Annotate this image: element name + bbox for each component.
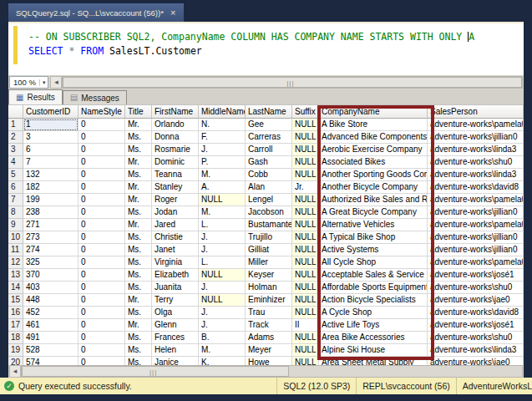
grid-cell[interactable]: Bustamante (246, 219, 292, 231)
grid-cell[interactable]: Dominic (152, 156, 199, 169)
grid-cell[interactable]: 6 (23, 144, 79, 156)
grid-cell[interactable]: A Great Bicycle Company (319, 206, 428, 219)
grid-cell[interactable]: adventure-works\pamela0 (428, 256, 524, 269)
grid-cell[interactable]: adventure-works\josé1 (428, 319, 524, 332)
grid-cell[interactable]: NULL (292, 144, 319, 156)
row-number[interactable]: 18 (8, 332, 23, 344)
grid-cell[interactable]: Ms. (125, 357, 152, 365)
grid-cell[interactable]: 1 (23, 119, 79, 131)
grid-cell[interactable]: adventure-works\david8 (428, 307, 524, 319)
row-number[interactable]: 8 (8, 206, 23, 219)
grid-cell[interactable]: 0 (79, 169, 125, 181)
grid-hscroll-thumb[interactable]: ||| (22, 366, 289, 377)
grid-cell[interactable]: Janet (152, 244, 199, 256)
grid-cell[interactable]: 238 (23, 206, 79, 219)
grid-cell[interactable]: Christie (152, 231, 199, 244)
grid-cell[interactable]: J. (199, 319, 246, 332)
grid-cell[interactable]: adventure-works\pamela0 (428, 194, 524, 206)
grid-cell[interactable]: 0 (79, 219, 125, 231)
row-number[interactable]: 6 (8, 181, 23, 194)
grid-cell[interactable]: Ms. (125, 231, 152, 244)
grid-cell[interactable]: adventure-works\linda3 (428, 344, 524, 357)
grid-cell[interactable]: 0 (79, 194, 125, 206)
grid-cell[interactable]: J. (199, 144, 246, 156)
grid-cell[interactable]: adventure-works\jillian0 (428, 244, 524, 256)
grid-cell[interactable]: Ms. (125, 256, 152, 269)
grid-cell[interactable]: adventure-works\jae0 (428, 294, 524, 307)
grid-cell[interactable]: P. (199, 156, 246, 169)
grid-cell[interactable]: Ms. (125, 144, 152, 156)
row-number[interactable]: 2 (8, 131, 23, 144)
sql-editor[interactable]: -- ON SUBSCRIBER SQL2, CompanyName COLUM… (8, 23, 524, 75)
row-number[interactable]: 13 (8, 269, 23, 282)
tab-messages[interactable]: ▤ Messages (63, 90, 127, 104)
grid-cell[interactable]: NULL (292, 119, 319, 131)
grid-cell[interactable]: Area Sheet Metal Supply (319, 357, 428, 365)
grid-cell[interactable]: Ms. (125, 244, 152, 256)
grid-cell[interactable]: 271 (23, 219, 79, 231)
grid-cell[interactable]: L. (199, 219, 246, 231)
column-header[interactable]: MiddleName (199, 104, 246, 119)
grid-cell[interactable]: 461 (23, 319, 79, 332)
grid-cell[interactable]: Gilliat (246, 244, 292, 256)
grid-cell[interactable]: 0 (79, 206, 125, 219)
row-number[interactable]: 14 (8, 282, 23, 294)
row-number[interactable]: 16 (8, 307, 23, 319)
grid-cell[interactable]: K. (199, 357, 246, 365)
grid-cell[interactable]: 0 (79, 294, 125, 307)
editor-hscrollbar[interactable]: ||| (62, 76, 523, 89)
grid-cell[interactable]: Helen (152, 344, 199, 357)
grid-cell[interactable]: Active Life Toys (319, 319, 428, 332)
grid-cell[interactable]: Juanita (152, 282, 199, 294)
grid-cell[interactable]: Meyer (246, 344, 292, 357)
grid-cell[interactable]: 0 (79, 344, 125, 357)
grid-cell[interactable]: Alternative Vehicles (319, 219, 428, 231)
grid-cell[interactable]: M. (199, 169, 246, 181)
grid-cell[interactable]: J. (199, 307, 246, 319)
grid-cell[interactable]: 0 (79, 156, 125, 169)
grid-cell[interactable]: Carreras (246, 131, 292, 144)
grid-cell[interactable]: Another Bicycle Company (319, 181, 428, 194)
grid-cell[interactable]: adventure-works\jillian0 (428, 131, 524, 144)
grid-cell[interactable]: NULL (292, 256, 319, 269)
grid-scroll-left-button[interactable]: ◂ (9, 365, 21, 378)
column-header[interactable]: Suffix (292, 104, 319, 119)
grid-cell[interactable]: M. (199, 206, 246, 219)
grid-cell[interactable]: adventure-works\linda3 (428, 144, 524, 156)
grid-cell[interactable]: 0 (79, 319, 125, 332)
grid-cell[interactable]: 0 (79, 357, 125, 365)
grid-cell[interactable]: Mr. (125, 219, 152, 231)
grid-cell[interactable]: Mr. (125, 294, 152, 307)
grid-cell[interactable]: 574 (23, 357, 79, 365)
grid-cell[interactable]: Action Bicycle Specialists (319, 294, 428, 307)
grid-cell[interactable]: A Typical Bike Shop (319, 231, 428, 244)
scroll-left-button[interactable]: ◂ (50, 76, 62, 89)
row-number[interactable]: 19 (8, 344, 23, 357)
grid-cell[interactable]: Trujillo (246, 231, 292, 244)
tab-results[interactable]: ▦ Results (8, 89, 63, 104)
grid-cell[interactable]: 7 (23, 156, 79, 169)
grid-cell[interactable]: J. (199, 244, 246, 256)
grid-cell[interactable]: 0 (79, 269, 125, 282)
grid-cell[interactable]: NULL (292, 156, 319, 169)
grid-cell[interactable]: Ms. (125, 131, 152, 144)
grid-cell[interactable]: Ms. (125, 307, 152, 319)
grid-cell[interactable]: Track (246, 319, 292, 332)
grid-cell[interactable]: Terry (152, 294, 199, 307)
grid-cell[interactable]: 403 (23, 282, 79, 294)
grid-cell[interactable]: NULL (292, 206, 319, 219)
grid-cell[interactable]: Mr. (125, 319, 152, 332)
sql-code[interactable]: -- ON SUBSCRIBER SQL2, CompanyName COLUM… (28, 30, 474, 58)
grid-cell[interactable]: NULL (292, 169, 319, 181)
grid-cell[interactable]: M. (199, 344, 246, 357)
grid-cell[interactable]: 0 (79, 181, 125, 194)
grid-cell[interactable]: 528 (23, 344, 79, 357)
grid-cell[interactable]: B. (199, 332, 246, 344)
grid-cell[interactable]: 182 (23, 181, 79, 194)
grid-cell[interactable]: 370 (23, 269, 79, 282)
grid-cell[interactable]: Affordable Sports Equipment (319, 282, 428, 294)
grid-cell[interactable]: 0 (79, 144, 125, 156)
grid-cell[interactable]: NULL (292, 219, 319, 231)
row-number[interactable]: 15 (8, 294, 23, 307)
column-header[interactable]: CompanyName (319, 104, 428, 119)
